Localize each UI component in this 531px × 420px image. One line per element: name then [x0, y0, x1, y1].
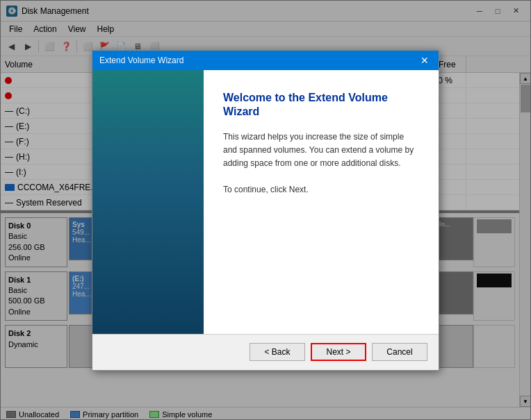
- modal-title-bar: Extend Volume Wizard ✕: [92, 51, 439, 70]
- modal-continue-text: To continue, click Next.: [223, 185, 419, 194]
- modal-overlay: Extend Volume Wizard ✕ Welcome to the Ex…: [0, 0, 531, 420]
- extend-volume-wizard: Extend Volume Wizard ✕ Welcome to the Ex…: [92, 50, 439, 371]
- modal-footer: < Back Next > Cancel: [92, 334, 439, 370]
- back-button[interactable]: < Back: [250, 343, 305, 361]
- modal-close-button[interactable]: ✕: [418, 53, 432, 67]
- cancel-button[interactable]: Cancel: [372, 343, 427, 361]
- next-button[interactable]: Next >: [311, 343, 366, 361]
- main-window: 💽 Disk Management ─ □ ✕ File Action View…: [0, 0, 531, 420]
- modal-title: Extend Volume Wizard: [99, 56, 418, 65]
- modal-content: Welcome to the Extend Volume Wizard This…: [204, 70, 439, 334]
- modal-body: Welcome to the Extend Volume Wizard This…: [92, 70, 439, 334]
- modal-description: This wizard helps you increase the size …: [223, 131, 419, 171]
- modal-heading: Welcome to the Extend Volume Wizard: [223, 91, 419, 120]
- modal-decorative-panel: [92, 70, 204, 334]
